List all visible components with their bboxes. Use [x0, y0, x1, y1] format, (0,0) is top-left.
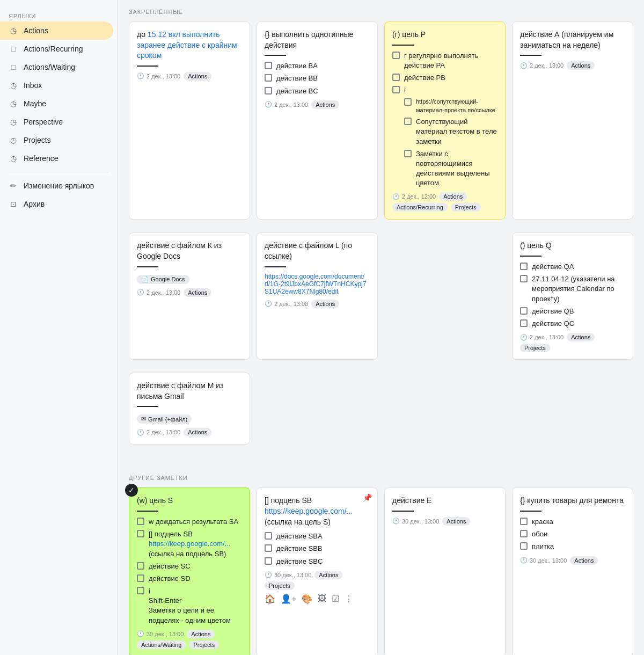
checkbox-pb-box[interactable] [392, 74, 400, 81]
checkbox-icon[interactable]: ☑ [332, 594, 339, 604]
checkbox-wallpaper-box[interactable] [520, 530, 528, 537]
chip-google-docs[interactable]: 📄 Google Docs [137, 275, 189, 284]
checkbox-sb-link-box[interactable] [137, 530, 144, 537]
checkbox-qb: действие QB [520, 307, 625, 316]
card-subcell-sb[interactable]: 📌 [] подцель SB https://keep.google.com/… [257, 487, 378, 655]
cardq-time-value: 2 дек., 13:00 [530, 334, 564, 340]
cardq-tag-actions[interactable]: Actions [567, 333, 595, 341]
card-action-a[interactable]: действие А (планируем им заниматься на н… [512, 21, 633, 220]
card-buy-repair[interactable]: {} купить товары для ремонта краска обои… [512, 487, 633, 655]
checkbox-link-box[interactable] [404, 98, 412, 106]
image-icon[interactable]: 🖼 [318, 594, 326, 603]
checkbox-si-label: iShift-EnterЗаметки о цели и ее подцелях… [149, 586, 242, 625]
card-file-m[interactable]: действие с файлом М из письма Gmail ✉ Gm… [129, 373, 250, 445]
checkbox-sc-box[interactable] [137, 562, 144, 570]
checkbox-qcal-box[interactable] [520, 275, 528, 282]
checkbox-bc-box[interactable] [265, 87, 272, 94]
sidebar-item-actions[interactable]: ◷ Actions [0, 21, 113, 40]
card-actions-bar: 🏠 👤+ 🎨 🖼 ☑ ⋮ [265, 594, 370, 604]
checkbox-sd-box[interactable] [137, 574, 144, 582]
checkbox-sa-box[interactable] [137, 518, 144, 525]
sb-goal-link[interactable]: https://keep.google.com/... [265, 507, 353, 515]
sidebar-item-perspective[interactable]: ◷ Perspective [0, 113, 113, 131]
sb-link[interactable]: https://keep.google.com/... [149, 540, 230, 548]
checkbox-bb-box[interactable] [265, 74, 272, 82]
cards-tag-projects[interactable]: Projects [189, 641, 219, 649]
sidebar-item-actions-waiting[interactable]: □ Actions/Waiting [0, 58, 113, 76]
sidebar-item-inbox[interactable]: ◷ Inbox [0, 76, 113, 94]
checkbox-sba-box[interactable] [265, 532, 272, 540]
cardsb-tag-actions[interactable]: Actions [314, 571, 342, 579]
card4-time: 🕐 2 дек., 13:00 [520, 62, 564, 69]
sidebar-item-reference-label: Reference [24, 154, 58, 163]
sidebar-item-perspective-label: Perspective [24, 118, 63, 126]
checkbox-tile-box[interactable] [520, 542, 528, 550]
card-goal-s[interactable]: ✓ (w) цель S w дождаться результата SA [… [129, 487, 250, 655]
card-goal-q[interactable]: () цель Q действие QA 27.11 04.12 (указа… [512, 232, 633, 360]
checkbox-pa-box[interactable] [392, 52, 400, 59]
user-icon[interactable]: 🏠 [265, 594, 275, 604]
checkbox-sc-label: действие SC [149, 562, 191, 571]
card5-tag[interactable]: Actions [184, 288, 211, 297]
sidebar-item-archive[interactable]: ⊡ Архив [0, 195, 113, 213]
card3-tag-actions[interactable]: Actions [439, 192, 467, 201]
sidebar-item-maybe-label: Maybe [24, 99, 46, 108]
checkbox-qa-box[interactable] [520, 263, 528, 270]
checkbox-pi-box[interactable] [392, 86, 400, 93]
checkbox-sbc-box[interactable] [265, 557, 272, 565]
card-deadline-link[interactable]: 15.12 вкл выполнить заранее действие с к… [137, 30, 237, 60]
sidebar-item-edit-labels[interactable]: ✏ Изменение ярлыков [0, 177, 113, 195]
checkbox-sbb-label: действие SBB [276, 544, 323, 554]
checkbox-sbb-box[interactable] [265, 544, 272, 552]
add-user-icon[interactable]: 👤+ [281, 594, 296, 604]
sidebar-item-actions-recurring[interactable]: □ Actions/Recurring [0, 40, 113, 58]
card2-meta: 🕐 2 дек., 13:00 Actions [265, 100, 370, 109]
card4-time-value: 2 дек., 13:00 [530, 62, 564, 69]
card3-tag-projects[interactable]: Projects [451, 203, 481, 212]
card-goal-p[interactable]: (г) цель P г регулярно выполнять действи… [384, 21, 506, 220]
more-icon[interactable]: ⋮ [345, 594, 353, 604]
sidebar-item-maybe[interactable]: ◷ Maybe [0, 94, 113, 113]
card-tag-actions[interactable]: Actions [184, 72, 211, 81]
card4-tag[interactable]: Actions [567, 61, 595, 70]
clock-icon7: 🕐 [137, 429, 144, 436]
sidebar-item-projects[interactable]: ◷ Projects [0, 131, 113, 149]
checkbox-paint-box[interactable] [520, 518, 528, 525]
checkbox-material-box[interactable] [404, 118, 412, 125]
carde-time-value: 30 дек., 13:00 [402, 518, 439, 525]
checkbox-sb-link-label: [] подцель SB https://keep.google.com/..… [149, 529, 242, 559]
card-batch-actions[interactable]: {} выполнить однотипные действия действи… [257, 21, 378, 220]
chip-gmail[interactable]: ✉ Gmail (+файл) [137, 414, 192, 424]
checkbox-qc-box[interactable] [520, 319, 528, 327]
card-batch-title: {} выполнить однотипные действия [265, 30, 370, 50]
checkbox-bc-label: действие BC [276, 86, 318, 96]
carde-tag[interactable]: Actions [442, 517, 470, 526]
card2-tag[interactable]: Actions [311, 100, 339, 109]
palette-icon[interactable]: 🎨 [302, 594, 312, 604]
cardsb-tag-projects[interactable]: Projects [265, 581, 295, 590]
card-action-e[interactable]: действие Е 🕐 30 дек., 13:00 Actions [384, 487, 506, 655]
checkbox-ba-box[interactable] [265, 62, 272, 69]
cards-tag-waiting[interactable]: Actions/Waiting [137, 641, 186, 649]
checkbox-si-box[interactable] [137, 587, 144, 594]
sidebar-item-reference[interactable]: ◷ Reference [0, 149, 113, 168]
card-file-l-link[interactable]: https://docs.google.com/document/d/1G-2t… [265, 273, 366, 295]
checkbox-qb-box[interactable] [520, 307, 528, 315]
card7-tag[interactable]: Actions [184, 428, 211, 436]
cardq-tag-projects[interactable]: Projects [520, 344, 550, 352]
card-deadline-action[interactable]: до 15.12 вкл выполнить заранее действие … [129, 21, 250, 220]
main-content: ЗАКРЕПЛЁННЫЕ до 15.12 вкл выполнить зара… [118, 0, 644, 655]
card-file-l[interactable]: действие с файлом L (по ссылке) https://… [257, 232, 378, 360]
card7-meta: 🕐 2 дек., 13:00 Actions [137, 428, 242, 436]
cards-tag-actions[interactable]: Actions [187, 630, 215, 638]
checkbox-notes-box[interactable] [404, 150, 412, 157]
cardbuy-tag[interactable]: Actions [570, 556, 598, 565]
checkbox-sd: действие SD [137, 574, 242, 584]
card3-tag-recurring[interactable]: Actions/Recurring [392, 203, 448, 212]
card6-meta: 🕐 2 дек., 13:00 Actions [265, 300, 370, 308]
card6-tag[interactable]: Actions [311, 300, 339, 308]
card-file-k[interactable]: действие с файлом К из Google Docs 📄 Goo… [129, 232, 250, 360]
sidebar-item-inbox-label: Inbox [24, 81, 42, 90]
checkbox-bb: действие BB [265, 74, 370, 83]
card6-time-value: 2 дек., 13:00 [274, 301, 308, 307]
